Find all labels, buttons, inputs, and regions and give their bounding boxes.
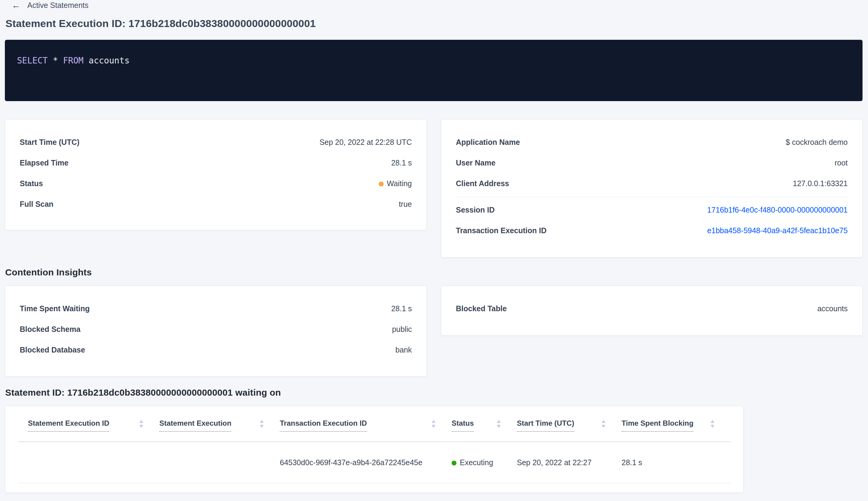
- full-scan-label: Full Scan: [20, 200, 53, 209]
- start-time-cell: Sep 20, 2022 at 22:27: [517, 458, 621, 467]
- status-header-label[interactable]: Status: [452, 419, 474, 432]
- info-row: Session ID 1716b1f6-4e0c-f480-0000-00000…: [456, 200, 848, 220]
- sql-statement-box: SELECT * FROM accounts: [5, 40, 862, 101]
- status-cell-text: Executing: [460, 458, 493, 467]
- column-header-status: Status: [452, 419, 517, 432]
- status-value-text: Waiting: [387, 179, 412, 188]
- session-card: Application Name $ cockroach demo User N…: [441, 119, 862, 257]
- status-value: Waiting: [379, 179, 412, 188]
- start-time-header-label[interactable]: Start Time (UTC): [517, 419, 574, 432]
- client-address-label: Client Address: [456, 179, 509, 188]
- blocked-table-label: Blocked Table: [456, 304, 507, 313]
- start-time-label: Start Time (UTC): [20, 138, 79, 147]
- waiting-status-dot-icon: [379, 182, 384, 186]
- transaction-execution-id-cell: 64530d0c-969f-437e-a9b4-26a72245e45e: [280, 458, 452, 467]
- time-spent-blocking-cell: 28.1 s: [621, 458, 730, 467]
- info-row: Time Spent Waiting 28.1 s: [20, 298, 412, 319]
- waiting-on-table-inner: Statement Execution ID Statement Executi…: [18, 406, 730, 483]
- statement-execution-page: ← Active Statements Statement Execution …: [0, 0, 868, 501]
- sql-keyword-select: SELECT: [17, 55, 48, 66]
- sort-icon[interactable]: [431, 420, 436, 428]
- user-name-label: User Name: [456, 159, 496, 167]
- waiting-on-heading: Statement ID: 1716b218dc0b38380000000000…: [5, 387, 281, 398]
- sort-icon[interactable]: [139, 420, 143, 428]
- info-row: Blocked Database bank: [20, 340, 412, 360]
- waiting-on-table: Statement Execution ID Statement Executi…: [5, 406, 744, 493]
- statement-execution-header-label[interactable]: Statement Execution: [159, 419, 231, 432]
- sql-keyword-from: FROM: [63, 55, 84, 66]
- transaction-execution-id-link[interactable]: e1bba458-5948-40a9-a42f-5feac1b10e75: [707, 226, 848, 235]
- blocked-database-value: bank: [395, 345, 412, 354]
- status-cell: Executing: [452, 458, 517, 467]
- back-to-active-statements-link[interactable]: ← Active Statements: [12, 1, 88, 10]
- statement-execution-id-header-label[interactable]: Statement Execution ID: [28, 419, 109, 432]
- elapsed-time-label: Elapsed Time: [20, 159, 68, 167]
- info-row: User Name root: [456, 152, 848, 173]
- table-header-row: Statement Execution ID Statement Executi…: [18, 406, 730, 442]
- time-spent-waiting-value: 28.1 s: [391, 304, 412, 313]
- blocked-schema-value: public: [392, 325, 412, 334]
- sort-icon[interactable]: [601, 420, 606, 428]
- session-id-label: Session ID: [456, 205, 495, 214]
- info-row: Client Address 127.0.0.1:63321: [456, 173, 848, 194]
- back-arrow-icon: ←: [12, 1, 21, 10]
- blocked-database-label: Blocked Database: [20, 345, 85, 354]
- info-row: Transaction Execution ID e1bba458-5948-4…: [456, 220, 848, 241]
- table-row: 64530d0c-969f-437e-a9b4-26a72245e45e Exe…: [18, 442, 730, 483]
- blocked-schema-label: Blocked Schema: [20, 325, 80, 334]
- page-title: Statement Execution ID: 1716b218dc0b3838…: [6, 18, 316, 30]
- contention-card: Time Spent Waiting 28.1 s Blocked Schema…: [5, 286, 427, 376]
- column-header-transaction-execution-id: Transaction Execution ID: [280, 419, 452, 432]
- info-row: Start Time (UTC) Sep 20, 2022 at 22:28 U…: [20, 132, 412, 152]
- sql-statement-text: SELECT * FROM accounts: [17, 55, 850, 66]
- sort-icon[interactable]: [497, 420, 501, 428]
- info-row: Application Name $ cockroach demo: [456, 132, 848, 152]
- time-spent-waiting-label: Time Spent Waiting: [20, 304, 90, 313]
- transaction-execution-id-label: Transaction Execution ID: [456, 226, 546, 235]
- column-header-statement-execution: Statement Execution: [159, 419, 280, 432]
- sort-icon[interactable]: [710, 420, 715, 428]
- sql-star: *: [53, 55, 58, 66]
- elapsed-time-value: 28.1 s: [391, 159, 412, 167]
- full-scan-value: true: [399, 200, 412, 209]
- start-time-value: Sep 20, 2022 at 22:28 UTC: [319, 138, 412, 147]
- sql-table-name: accounts: [89, 55, 130, 66]
- time-spent-blocking-header-label[interactable]: Time Spent Blocking: [621, 419, 694, 432]
- info-row: Elapsed Time 28.1 s: [20, 152, 412, 173]
- transaction-execution-id-header-label[interactable]: Transaction Execution ID: [280, 419, 367, 432]
- info-row: Blocked Table accounts: [456, 298, 848, 319]
- sort-icon[interactable]: [260, 420, 264, 428]
- contention-insights-heading: Contention Insights: [5, 267, 92, 278]
- application-name-label: Application Name: [456, 138, 520, 147]
- column-header-statement-execution-id: Statement Execution ID: [18, 419, 159, 432]
- info-row: Status Waiting: [20, 173, 412, 194]
- user-name-value: root: [835, 159, 848, 167]
- session-card-divider: [456, 197, 848, 197]
- application-name-value: $ cockroach demo: [786, 138, 848, 147]
- client-address-value: 127.0.0.1:63321: [793, 179, 848, 188]
- column-header-start-time: Start Time (UTC): [517, 419, 621, 432]
- column-header-time-spent-blocking: Time Spent Blocking: [621, 419, 730, 432]
- info-row: Blocked Schema public: [20, 319, 412, 340]
- back-link-label: Active Statements: [27, 1, 88, 10]
- executing-status-dot-icon: [452, 461, 456, 466]
- overview-card: Start Time (UTC) Sep 20, 2022 at 22:28 U…: [5, 119, 427, 230]
- session-id-link[interactable]: 1716b1f6-4e0c-f480-0000-000000000001: [707, 205, 848, 214]
- status-label: Status: [20, 179, 43, 188]
- blocked-table-value: accounts: [817, 304, 848, 313]
- blocked-table-card: Blocked Table accounts: [441, 286, 862, 335]
- info-row: Full Scan true: [20, 194, 412, 214]
